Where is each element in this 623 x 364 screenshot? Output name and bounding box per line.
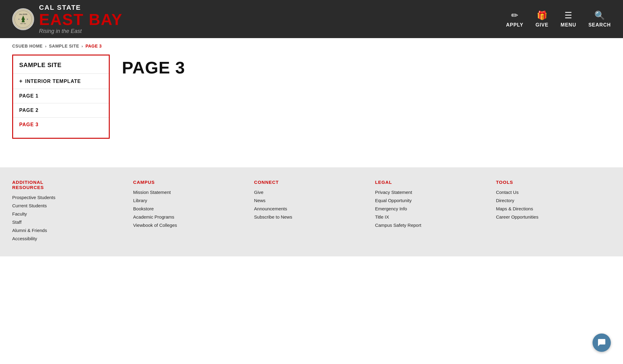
footer-link-staff[interactable]: Staff <box>12 219 121 225</box>
footer-link-mission-statement[interactable]: Mission Statement <box>133 190 242 195</box>
sidebar-item-page1[interactable]: PAGE 1 <box>13 89 109 103</box>
footer-link-equal-opportunity[interactable]: Equal Opportunity <box>375 198 484 203</box>
breadcrumb-current-page: PAGE 3 <box>85 44 101 48</box>
footer-link-title-ix[interactable]: Title IX <box>375 214 484 219</box>
footer-col-campus: CAMPUS Mission Statement Library Booksto… <box>127 180 248 244</box>
svg-point-4 <box>18 19 20 20</box>
footer-link-current-students[interactable]: Current Students <box>12 203 121 208</box>
breadcrumb-sample-site[interactable]: SAMPLE SITE <box>49 44 79 48</box>
sidebar-item-page2[interactable]: PAGE 2 <box>13 103 109 117</box>
footer-link-emergency-info[interactable]: Emergency Info <box>375 206 484 211</box>
footer-title-connect: CONNECT <box>254 180 363 185</box>
footer-link-academic-programs[interactable]: Academic Programs <box>133 214 242 219</box>
breadcrumb-sep-2: › <box>82 44 83 48</box>
sidebar-item-page3[interactable]: PAGE 3 <box>13 117 109 132</box>
footer-link-announcements[interactable]: Announcements <box>254 206 363 211</box>
sidebar-item-label-page3: PAGE 3 <box>19 122 39 127</box>
header-navigation: ✏ APPLY 🎁 GIVE ☰ MENU 🔍 SEARCH <box>506 10 611 28</box>
footer-link-alumni[interactable]: Alumni & Friends <box>12 228 121 233</box>
east-bay-text: EAST BAY <box>39 12 123 27</box>
footer-title-tools: TOOLS <box>496 180 605 185</box>
footer-link-subscribe-news[interactable]: Subscribe to News <box>254 214 363 219</box>
footer-link-accessibility[interactable]: Accessibility <box>12 236 121 241</box>
svg-text:CAL STATE: CAL STATE <box>19 13 27 15</box>
apply-icon: ✏ <box>511 10 518 20</box>
menu-label: MENU <box>561 22 576 28</box>
page-title: PAGE 3 <box>122 58 611 77</box>
sidebar-title: SAMPLE SITE <box>13 62 109 73</box>
footer-link-campus-safety[interactable]: Campus Safety Report <box>375 223 484 228</box>
footer-link-faculty[interactable]: Faculty <box>12 211 121 216</box>
menu-icon: ☰ <box>564 10 572 20</box>
page-content: PAGE 3 <box>122 55 611 155</box>
apply-button[interactable]: ✏ APPLY <box>506 10 523 28</box>
footer-link-bookstore[interactable]: Bookstore <box>133 206 242 211</box>
footer-col-connect: CONNECT Give News Announcements Subscrib… <box>248 180 369 244</box>
breadcrumb-sep-1: › <box>45 44 47 48</box>
footer-link-directory[interactable]: Directory <box>496 198 605 203</box>
sidebar: SAMPLE SITE + INTERIOR TEMPLATE PAGE 1 P… <box>12 55 110 139</box>
svg-point-5 <box>27 19 28 20</box>
site-footer: ADDITIONALRESOURCES Prospective Students… <box>0 167 623 256</box>
main-content: SAMPLE SITE + INTERIOR TEMPLATE PAGE 1 P… <box>0 52 623 167</box>
footer-link-contact-us[interactable]: Contact Us <box>496 190 605 195</box>
footer-link-library[interactable]: Library <box>133 198 242 203</box>
footer-col-legal: LEGAL Privacy Statement Equal Opportunit… <box>369 180 490 244</box>
sidebar-item-interior-template[interactable]: + INTERIOR TEMPLATE <box>13 73 109 89</box>
footer-link-viewbook[interactable]: Viewbook of Colleges <box>133 223 242 228</box>
university-seal: CAL STATE EAST BAY <box>12 8 34 30</box>
sidebar-item-label-page1: PAGE 1 <box>19 93 39 99</box>
plus-icon: + <box>19 78 23 84</box>
footer-col-additional-resources: ADDITIONALRESOURCES Prospective Students… <box>12 180 127 244</box>
apply-label: APPLY <box>506 22 523 28</box>
search-icon: 🔍 <box>594 10 605 20</box>
logo-area: CAL STATE EAST BAY CAL STATE EAST BAY Ri… <box>12 4 123 34</box>
footer-title-campus: CAMPUS <box>133 180 242 185</box>
footer-link-career-opportunities[interactable]: Career Opportunities <box>496 214 605 219</box>
svg-text:EAST BAY: EAST BAY <box>20 23 26 24</box>
search-button[interactable]: 🔍 SEARCH <box>588 10 611 28</box>
footer-link-prospective-students[interactable]: Prospective Students <box>12 195 121 200</box>
footer-link-maps-directions[interactable]: Maps & Directions <box>496 206 605 211</box>
give-label: GIVE <box>536 22 548 28</box>
sidebar-item-label-interior: INTERIOR TEMPLATE <box>25 79 81 84</box>
sidebar-item-label-page2: PAGE 2 <box>19 108 39 113</box>
menu-button[interactable]: ☰ MENU <box>561 10 576 28</box>
footer-link-give[interactable]: Give <box>254 190 363 195</box>
tagline-text: Rising in the East <box>39 28 123 34</box>
footer-title-additional-resources: ADDITIONALRESOURCES <box>12 180 121 190</box>
logo-text-area: CAL STATE EAST BAY Rising in the East <box>39 4 123 34</box>
breadcrumb-bar: CSUEB HOME › SAMPLE SITE › PAGE 3 <box>0 38 623 52</box>
search-label: SEARCH <box>588 22 611 28</box>
breadcrumb: CSUEB HOME › SAMPLE SITE › PAGE 3 <box>12 44 611 48</box>
footer-link-news[interactable]: News <box>254 198 363 203</box>
give-button[interactable]: 🎁 GIVE <box>536 10 548 28</box>
site-header: CAL STATE EAST BAY CAL STATE EAST BAY Ri… <box>0 0 623 38</box>
footer-link-privacy-statement[interactable]: Privacy Statement <box>375 190 484 195</box>
footer-col-tools: TOOLS Contact Us Directory Maps & Direct… <box>490 180 611 244</box>
footer-title-legal: LEGAL <box>375 180 484 185</box>
breadcrumb-home[interactable]: CSUEB HOME <box>12 44 43 48</box>
give-icon: 🎁 <box>537 10 547 20</box>
